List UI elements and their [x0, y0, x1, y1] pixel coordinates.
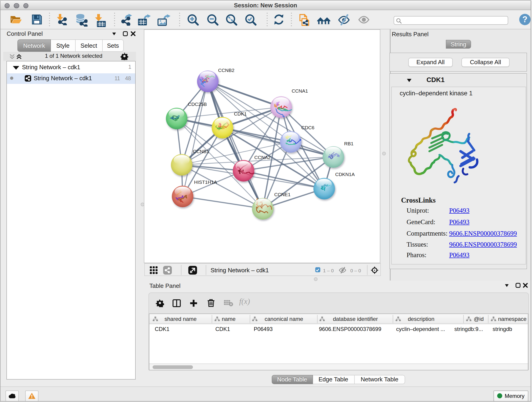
svg-text:?: ?: [522, 15, 527, 24]
